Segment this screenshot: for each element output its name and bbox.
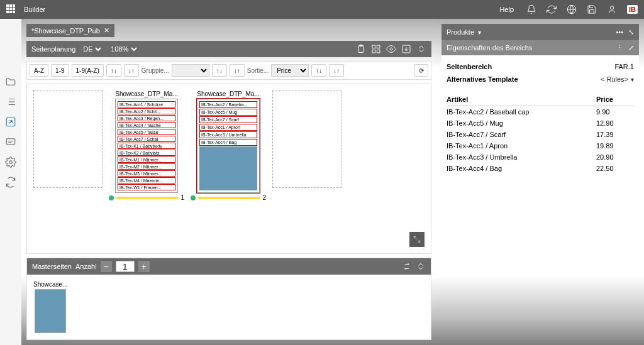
products-title: Produkte	[447, 28, 474, 36]
empty-page-slot[interactable]	[272, 90, 341, 188]
cell-artikel: IB-Tex-Acc1 / Apron	[447, 142, 596, 150]
table-row[interactable]: IB-Tex-Acc1 / Apron19.89	[447, 140, 634, 151]
table-row[interactable]: IB-Tex-Acc2 / Baseball cap9.90	[447, 106, 634, 118]
count-input[interactable]	[116, 261, 135, 272]
field-desc-icon[interactable]: ↓↑	[329, 64, 344, 77]
page-canvas: Showcase_DTP_Ma...IB-Tex-Acc1 / SchürzeI…	[26, 84, 431, 254]
clipboard-icon[interactable]	[356, 44, 366, 54]
top-bar: Builder Help IB	[0, 0, 644, 19]
group-select[interactable]	[172, 64, 209, 77]
sort-desc-icon[interactable]: ↓↑	[124, 64, 139, 77]
collapse-icon[interactable]	[416, 261, 426, 271]
status-bar	[116, 197, 178, 199]
svg-point-5	[9, 161, 13, 164]
user-icon[interactable]	[607, 4, 617, 14]
folder-icon[interactable]	[4, 75, 17, 88]
sort-az[interactable]: A-Z	[30, 64, 48, 77]
table-row[interactable]: IB-Tex-Acc3 / Umbrella20.90	[447, 151, 634, 163]
cell-price: 19.89	[596, 142, 634, 150]
table-row[interactable]: IB-Tex-Acc4 / Bag22.50	[447, 163, 634, 174]
document-tab[interactable]: *Showcase_DTP_Pub ✕	[26, 24, 114, 37]
cell-artikel: IB-Tex-Acc2 / Baseball cap	[447, 108, 596, 116]
svg-rect-8	[372, 45, 375, 48]
collapse-icon[interactable]	[416, 44, 426, 54]
sort-toolbar: A-Z 1-9 1-9(A-Z) ↑↓ ↓↑ Gruppie... ↑↓ ↓↑ …	[26, 61, 431, 80]
empty-page-slot[interactable]	[33, 90, 103, 188]
group-desc-icon[interactable]: ↓↑	[230, 64, 245, 77]
globe-icon[interactable]	[567, 4, 577, 14]
masters-panel: Masterseiten Anzahl − + Showcase...	[26, 258, 431, 340]
brand-logo: IB	[627, 5, 638, 14]
zoom-select[interactable]: 108%	[108, 45, 139, 53]
decrement-button[interactable]: −	[101, 261, 112, 272]
svg-point-2	[610, 6, 613, 9]
group-label: Gruppie...	[142, 67, 169, 74]
expand-icon[interactable]	[409, 232, 425, 247]
page-item: IB-Tex-M2 / Männer...	[118, 163, 175, 170]
cell-price: 12.90	[596, 119, 634, 127]
app-menu-icon[interactable]	[6, 4, 16, 14]
master-label: Showcase...	[33, 281, 67, 288]
page-thumb[interactable]: IB-Tex-Acc2 / Baseba...IB-Tex-Acc5 / Mug…	[197, 99, 260, 193]
expand-icon[interactable]: ⤢	[628, 44, 634, 52]
page-item: IB-Tex-Acc3 / Regen...	[118, 115, 175, 121]
page-item: IB-Tex-Acc1 / Schürze	[118, 101, 175, 107]
status-dot	[109, 195, 114, 200]
cell-artikel: IB-Tex-Acc5 / Mug	[447, 119, 596, 127]
cell-price: 20.90	[596, 153, 634, 161]
help-link[interactable]: Help	[499, 6, 516, 13]
page-title: Showcase_DTP_Ma...	[197, 90, 260, 97]
panel-title: Seitenplanung	[31, 45, 75, 53]
page-item: IB-Tex-M4 / Maenne...	[118, 177, 175, 183]
master-item[interactable]: Showcase...	[33, 281, 67, 333]
page-item: IB-Tex-Acc7 / Schal	[118, 136, 175, 142]
sort-19[interactable]: 1-9	[51, 64, 69, 77]
table-row[interactable]: IB-Tex-Acc7 / Scarf17.39	[447, 129, 634, 140]
list-icon[interactable]	[4, 96, 17, 108]
svg-rect-4	[6, 139, 15, 145]
chevron-down-icon[interactable]: ▾	[478, 29, 481, 36]
more-icon[interactable]: •••	[616, 28, 623, 36]
page-number: 2	[262, 194, 266, 201]
page-item: IB-Tex-Acc1 / Apron	[199, 124, 257, 131]
section-value: FAR.1	[614, 63, 634, 70]
import-icon[interactable]	[401, 44, 411, 54]
table-row[interactable]: IB-Tex-Acc5 / Mug12.90	[447, 118, 634, 129]
refresh-icon[interactable]	[547, 4, 557, 14]
lang-select[interactable]: DE	[80, 45, 103, 53]
field-asc-icon[interactable]: ↑↓	[311, 64, 326, 77]
refresh-button[interactable]: ⟳	[414, 64, 428, 77]
sort-field-select[interactable]: Price	[271, 64, 309, 77]
bell-icon[interactable]	[526, 4, 536, 14]
close-icon[interactable]: ✕	[104, 26, 109, 35]
increment-button[interactable]: +	[138, 261, 150, 272]
save-icon[interactable]	[587, 4, 597, 14]
template-label: Alternatives Template	[447, 75, 518, 83]
svg-rect-11	[377, 50, 380, 53]
gear-icon[interactable]	[4, 156, 17, 168]
page-item: IB-Tex-M1 / Männer...	[118, 156, 175, 163]
page-item: IB-Tex-Acc5 / Tasse	[118, 129, 175, 135]
page-thumb[interactable]: IB-Tex-Acc1 / SchürzeIB-Tex-Acc2 / Schil…	[115, 99, 178, 193]
grid-icon[interactable]	[371, 44, 381, 54]
template-select[interactable]: < Rules>▾	[601, 75, 634, 83]
comment-icon[interactable]	[4, 136, 17, 148]
page-item: IB-Tex-W1 / Frauen...	[118, 184, 175, 190]
sort-label: Sortie...	[247, 67, 269, 74]
sort-asc-icon[interactable]: ↑↓	[106, 64, 121, 77]
svg-rect-9	[377, 45, 380, 48]
cell-artikel: IB-Tex-Acc4 / Bag	[447, 165, 596, 172]
props-header: Eigenschaften des Bereichs ⋮ ⤢	[441, 40, 639, 55]
sync-icon[interactable]	[4, 176, 17, 189]
collapse-icon[interactable]: ⤡	[628, 28, 634, 36]
sort-mixed[interactable]: 1-9(A-Z)	[72, 64, 104, 77]
eye-icon[interactable]	[386, 44, 396, 54]
swap-icon[interactable]	[402, 261, 412, 271]
group-asc-icon[interactable]: ↑↓	[212, 64, 227, 77]
props-title: Eigenschaften des Bereichs	[447, 44, 532, 52]
count-label: Anzahl	[75, 263, 97, 270]
col-price: Price	[596, 96, 634, 103]
export-icon[interactable]	[4, 116, 17, 128]
col-artikel: Artikel	[447, 96, 596, 103]
cell-price: 9.90	[596, 108, 634, 116]
